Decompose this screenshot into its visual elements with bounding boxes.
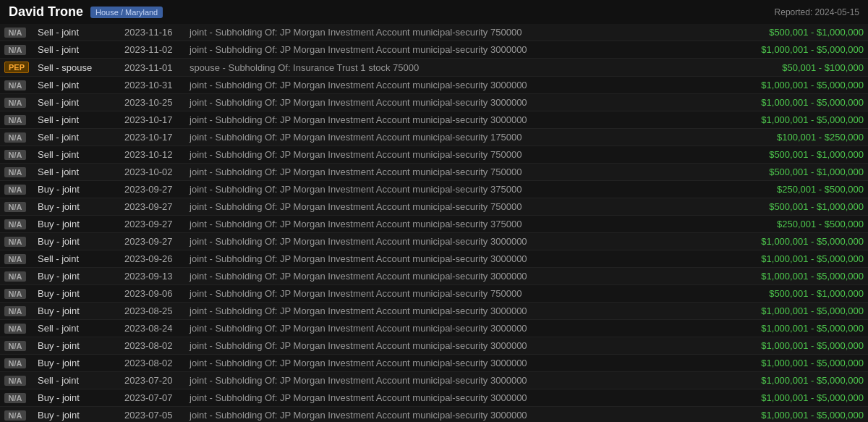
- tx-date: 2023-08-02: [120, 337, 185, 355]
- tx-type: Sell - spouse: [33, 59, 120, 77]
- table-row: N/A Sell - joint 2023-11-16 joint - Subh…: [0, 24, 868, 41]
- tx-amount: $1,000,001 - $5,000,000: [723, 233, 868, 250]
- tx-type: Buy - joint: [33, 268, 120, 285]
- tx-amount: $1,000,001 - $5,000,000: [723, 389, 868, 407]
- tx-type: Sell - joint: [33, 24, 120, 41]
- row-tag: N/A: [4, 167, 26, 177]
- row-tag: N/A: [4, 254, 26, 264]
- tx-date: 2023-08-02: [120, 355, 185, 372]
- row-tag: N/A: [4, 289, 26, 299]
- tx-description: joint - Subholding Of: JP Morgan Investm…: [185, 233, 723, 250]
- tx-amount: $1,000,001 - $5,000,000: [723, 372, 868, 389]
- row-tag: N/A: [4, 80, 26, 90]
- tx-date: 2023-09-27: [120, 181, 185, 198]
- tx-type: Buy - joint: [33, 389, 120, 407]
- chamber-badge: House / Maryland: [90, 7, 163, 18]
- tx-description: joint - Subholding Of: JP Morgan Investm…: [185, 164, 723, 181]
- transactions-table: N/A Sell - joint 2023-11-16 joint - Subh…: [0, 24, 868, 422]
- table-row: N/A Buy - joint 2023-09-27 joint - Subho…: [0, 216, 868, 233]
- page-header: David Trone House / Maryland Reported: 2…: [0, 0, 868, 24]
- tx-description: joint - Subholding Of: JP Morgan Investm…: [185, 372, 723, 389]
- tx-date: 2023-09-27: [120, 233, 185, 250]
- tx-type: Sell - joint: [33, 94, 120, 111]
- table-row: N/A Buy - joint 2023-09-27 joint - Subho…: [0, 233, 868, 250]
- tx-type: Buy - joint: [33, 285, 120, 303]
- tx-date: 2023-10-25: [120, 94, 185, 111]
- table-row: N/A Sell - joint 2023-07-20 joint - Subh…: [0, 372, 868, 389]
- tx-date: 2023-10-17: [120, 129, 185, 146]
- tx-type: Buy - joint: [33, 303, 120, 320]
- tx-date: 2023-09-27: [120, 198, 185, 216]
- tx-date: 2023-10-12: [120, 146, 185, 164]
- tx-description: spouse - Subholding Of: Insurance Trust …: [185, 59, 723, 77]
- tx-amount: $1,000,001 - $5,000,000: [723, 337, 868, 355]
- tx-type: Sell - joint: [33, 77, 120, 94]
- tx-amount: $1,000,001 - $5,000,000: [723, 320, 868, 337]
- row-tag: N/A: [4, 410, 26, 421]
- tx-type: Sell - joint: [33, 111, 120, 129]
- tx-type: Sell - joint: [33, 320, 120, 337]
- tx-date: 2023-10-17: [120, 111, 185, 129]
- tx-description: joint - Subholding Of: JP Morgan Investm…: [185, 111, 723, 129]
- tx-description: joint - Subholding Of: JP Morgan Investm…: [185, 181, 723, 198]
- tx-amount: $1,000,001 - $5,000,000: [723, 94, 868, 111]
- tx-amount: $1,000,001 - $5,000,000: [723, 250, 868, 268]
- tx-type: Buy - joint: [33, 216, 120, 233]
- tx-date: 2023-11-01: [120, 59, 185, 77]
- row-tag: N/A: [4, 237, 26, 247]
- tx-description: joint - Subholding Of: JP Morgan Investm…: [185, 407, 723, 423]
- row-tag: N/A: [4, 324, 26, 334]
- tx-amount: $500,001 - $1,000,000: [723, 164, 868, 181]
- table-row: N/A Buy - joint 2023-08-25 joint - Subho…: [0, 303, 868, 320]
- tx-description: joint - Subholding Of: JP Morgan Investm…: [185, 146, 723, 164]
- tx-amount: $1,000,001 - $5,000,000: [723, 41, 868, 59]
- tx-type: Sell - joint: [33, 41, 120, 59]
- row-tag: N/A: [4, 306, 26, 316]
- tx-type: Sell - joint: [33, 129, 120, 146]
- tx-amount: $1,000,001 - $5,000,000: [723, 77, 868, 94]
- table-row: N/A Buy - joint 2023-08-02 joint - Subho…: [0, 337, 868, 355]
- tx-amount: $500,001 - $1,000,000: [723, 285, 868, 303]
- tx-date: 2023-09-26: [120, 250, 185, 268]
- row-tag: N/A: [4, 115, 26, 125]
- tx-description: joint - Subholding Of: JP Morgan Investm…: [185, 303, 723, 320]
- tx-date: 2023-09-27: [120, 216, 185, 233]
- tx-date: 2023-10-02: [120, 164, 185, 181]
- tx-date: 2023-08-25: [120, 303, 185, 320]
- table-row: N/A Sell - joint 2023-10-12 joint - Subh…: [0, 146, 868, 164]
- table-row: N/A Buy - joint 2023-09-27 joint - Subho…: [0, 181, 868, 198]
- table-row: N/A Sell - joint 2023-10-02 joint - Subh…: [0, 164, 868, 181]
- table-row: N/A Sell - joint 2023-10-31 joint - Subh…: [0, 77, 868, 94]
- row-tag: N/A: [4, 98, 26, 108]
- row-tag: N/A: [4, 376, 26, 386]
- table-row: N/A Sell - joint 2023-10-17 joint - Subh…: [0, 111, 868, 129]
- tx-amount: $250,001 - $500,000: [723, 216, 868, 233]
- tx-type: Buy - joint: [33, 198, 120, 216]
- tx-amount: $1,000,001 - $5,000,000: [723, 407, 868, 423]
- reported-date: Reported: 2024-05-15: [775, 7, 859, 17]
- tx-type: Buy - joint: [33, 337, 120, 355]
- row-tag: PEP: [4, 62, 29, 73]
- tx-amount: $1,000,001 - $5,000,000: [723, 268, 868, 285]
- row-tag: N/A: [4, 271, 26, 282]
- tx-type: Buy - joint: [33, 233, 120, 250]
- tx-description: joint - Subholding Of: JP Morgan Investm…: [185, 94, 723, 111]
- tx-description: joint - Subholding Of: JP Morgan Investm…: [185, 268, 723, 285]
- row-tag: N/A: [4, 219, 26, 229]
- tx-description: joint - Subholding Of: JP Morgan Investm…: [185, 320, 723, 337]
- tx-description: joint - Subholding Of: JP Morgan Investm…: [185, 77, 723, 94]
- tx-description: joint - Subholding Of: JP Morgan Investm…: [185, 198, 723, 216]
- tx-amount: $1,000,001 - $5,000,000: [723, 355, 868, 372]
- tx-date: 2023-09-06: [120, 285, 185, 303]
- tx-description: joint - Subholding Of: JP Morgan Investm…: [185, 250, 723, 268]
- table-row: N/A Sell - joint 2023-10-17 joint - Subh…: [0, 129, 868, 146]
- tx-description: joint - Subholding Of: JP Morgan Investm…: [185, 355, 723, 372]
- row-tag: N/A: [4, 28, 26, 38]
- tx-type: Buy - joint: [33, 355, 120, 372]
- tx-date: 2023-07-07: [120, 389, 185, 407]
- tx-amount: $500,001 - $1,000,000: [723, 146, 868, 164]
- table-row: PEP Sell - spouse 2023-11-01 spouse - Su…: [0, 59, 868, 77]
- table-row: N/A Sell - joint 2023-09-26 joint - Subh…: [0, 250, 868, 268]
- tx-amount: $1,000,001 - $5,000,000: [723, 111, 868, 129]
- tx-type: Sell - joint: [33, 250, 120, 268]
